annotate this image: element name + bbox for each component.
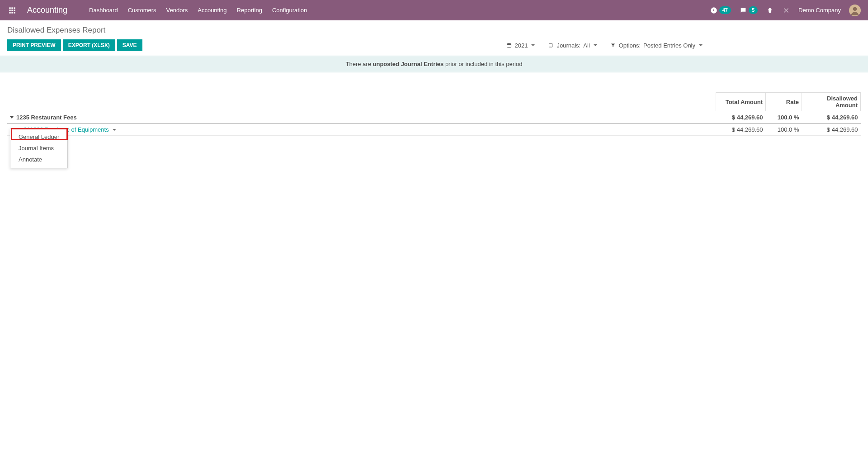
- filter-journals-value: All: [583, 42, 590, 49]
- category-rate: 100.0 %: [766, 111, 802, 124]
- svg-rect-3: [9, 10, 10, 11]
- menu-dashboard[interactable]: Dashboard: [89, 7, 118, 14]
- menu-annotate[interactable]: Annotate: [10, 154, 67, 165]
- line-row: 611000 Purchase of Equipments $ 44,269.6…: [7, 124, 861, 136]
- svg-rect-7: [11, 12, 13, 13]
- category-row[interactable]: 1235 Restaurant Fees $ 44,269.60 100.0 %…: [7, 111, 861, 124]
- filter-options-value: Posted Entries Only: [643, 42, 695, 49]
- apps-icon[interactable]: [7, 5, 17, 15]
- calendar-icon: [506, 42, 512, 48]
- category-disallowed: $ 44,269.60: [802, 111, 861, 124]
- line-caret-icon[interactable]: [113, 129, 116, 131]
- book-icon: [547, 42, 554, 48]
- main-menu: Dashboard Customers Vendors Accounting R…: [89, 7, 307, 14]
- collapse-icon: [10, 116, 14, 119]
- caret-down-icon: [594, 44, 597, 46]
- report-table: Total Amount Rate Disallowed Amount 1235…: [7, 92, 861, 136]
- svg-rect-4: [11, 10, 13, 11]
- svg-rect-1: [11, 7, 13, 9]
- bug-icon[interactable]: [766, 6, 774, 14]
- menu-journal-items[interactable]: Journal Items: [10, 142, 67, 154]
- svg-rect-0: [9, 7, 10, 9]
- export-xlsx-button[interactable]: EXPORT (XLSX): [63, 39, 115, 51]
- caret-down-icon: [699, 44, 703, 46]
- filter-options[interactable]: Options: Posted Entries Only: [610, 42, 703, 49]
- messages-indicator[interactable]: 5: [739, 6, 758, 14]
- filter-year[interactable]: 2021: [506, 42, 535, 49]
- line-total: $ 44,269.60: [716, 124, 766, 136]
- filter-year-value: 2021: [515, 42, 528, 49]
- svg-rect-5: [14, 10, 15, 11]
- messages-count: 5: [749, 6, 758, 14]
- svg-rect-8: [14, 12, 15, 13]
- line-disallowed: $ 44,269.60: [802, 124, 861, 136]
- svg-rect-2: [14, 7, 15, 9]
- header-disallowed: Disallowed Amount: [802, 93, 861, 111]
- print-preview-button[interactable]: PRINT PREVIEW: [7, 39, 61, 51]
- unposted-alert[interactable]: There are unposted Journal Entries prior…: [0, 56, 868, 72]
- svg-rect-6: [9, 12, 10, 13]
- line-rate: 100.0 %: [766, 124, 802, 136]
- chat-icon: [739, 6, 747, 14]
- header-blank: [7, 93, 716, 111]
- svg-rect-11: [507, 44, 511, 48]
- save-button[interactable]: SAVE: [117, 39, 142, 51]
- avatar[interactable]: [849, 5, 861, 16]
- activity-indicator[interactable]: 47: [710, 6, 731, 14]
- menu-reporting[interactable]: Reporting: [237, 7, 262, 14]
- alert-bold: unposted Journal Entries: [373, 61, 444, 67]
- menu-accounting[interactable]: Accounting: [198, 7, 226, 14]
- filter-icon: [610, 42, 616, 48]
- header-rate: Rate: [766, 93, 802, 111]
- svg-point-10: [853, 7, 857, 11]
- activity-count: 47: [719, 6, 731, 14]
- page-title: Disallowed Expenses Report: [7, 26, 861, 35]
- alert-prefix: There are: [346, 61, 373, 67]
- menu-customers[interactable]: Customers: [128, 7, 156, 14]
- menu-configuration[interactable]: Configuration: [272, 7, 307, 14]
- close-icon[interactable]: [782, 6, 790, 14]
- app-brand[interactable]: Accounting: [27, 5, 67, 15]
- menu-general-ledger[interactable]: General Ledger: [10, 131, 67, 142]
- category-label: 1235 Restaurant Fees: [16, 114, 77, 121]
- clock-icon: [710, 6, 718, 14]
- category-total: $ 44,269.60: [716, 111, 766, 124]
- filter-journals-label: Journals:: [557, 42, 580, 49]
- line-context-menu: General Ledger Journal Items Annotate: [10, 128, 68, 168]
- company-selector[interactable]: Demo Company: [798, 7, 841, 14]
- header-total: Total Amount: [716, 93, 766, 111]
- caret-down-icon: [531, 44, 535, 46]
- footer-space: [0, 293, 868, 456]
- filter-options-label: Options:: [619, 42, 641, 49]
- alert-suffix: prior or included in this period: [443, 61, 522, 67]
- filter-journals[interactable]: Journals: All: [547, 42, 597, 49]
- menu-vendors[interactable]: Vendors: [166, 7, 188, 14]
